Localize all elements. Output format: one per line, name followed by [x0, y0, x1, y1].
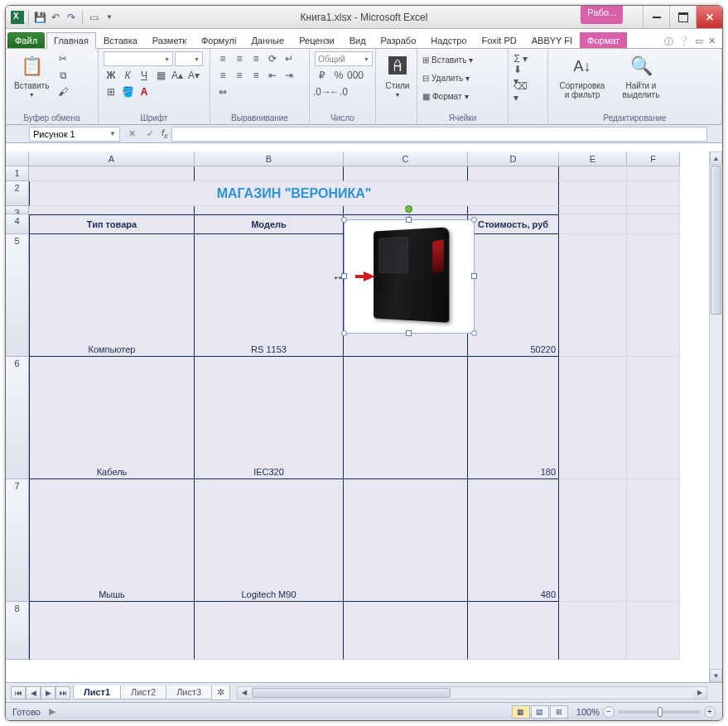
- bold-icon[interactable]: Ж: [104, 68, 118, 83]
- minimize-button[interactable]: [643, 6, 669, 28]
- font-name-combo[interactable]: ▼: [104, 51, 173, 66]
- price-cell[interactable]: 180: [468, 357, 559, 479]
- tab-разрабо[interactable]: Разрабо: [374, 32, 424, 48]
- macro-record-icon[interactable]: ▶: [49, 706, 55, 717]
- resize-handle-tm[interactable]: [406, 217, 412, 223]
- scroll-up-icon[interactable]: ▲: [710, 151, 722, 165]
- undo-icon[interactable]: ↶: [49, 11, 62, 24]
- select-all-corner[interactable]: [6, 151, 29, 166]
- align-right-icon[interactable]: ≡: [248, 68, 263, 83]
- format-painter-icon[interactable]: 🖌: [55, 84, 70, 99]
- tab-nav-first-icon[interactable]: ⏮: [11, 686, 26, 700]
- align-center-icon[interactable]: ≡: [232, 68, 247, 83]
- model-cell[interactable]: IEC320: [195, 357, 344, 479]
- underline-icon[interactable]: Ч: [137, 68, 152, 83]
- cell[interactable]: [29, 166, 195, 181]
- tab-вид[interactable]: Вид: [342, 32, 374, 48]
- scroll-thumb[interactable]: [711, 166, 721, 315]
- font-size-combo[interactable]: ▼: [175, 51, 203, 66]
- row-header-6[interactable]: 6: [6, 357, 29, 479]
- find-select-button[interactable]: 🔍Найти и выделить: [615, 51, 668, 101]
- type-cell[interactable]: Компьютер: [29, 234, 195, 357]
- cell[interactable]: [344, 166, 468, 181]
- col-header-B[interactable]: B: [195, 151, 344, 166]
- doc-close-icon[interactable]: ✕: [708, 36, 716, 48]
- resize-handle-bl[interactable]: [341, 330, 347, 336]
- zoom-in-button[interactable]: +: [704, 706, 716, 718]
- cancel-formula-icon[interactable]: ✕: [123, 128, 140, 139]
- wrap-icon[interactable]: ↵: [282, 51, 297, 66]
- price-cell[interactable]: 480: [468, 479, 559, 602]
- sheet-tab-Лист1[interactable]: Лист1: [73, 685, 121, 700]
- tab-format[interactable]: Формат: [580, 32, 627, 48]
- insert-cells-button[interactable]: ⊞Вставить ▾: [422, 51, 473, 68]
- vertical-scrollbar[interactable]: ▲ ▼: [709, 151, 722, 682]
- cell[interactable]: [627, 166, 680, 181]
- resize-handle-mr[interactable]: [471, 273, 477, 279]
- format-cells-button[interactable]: ▦Формат ▾: [422, 88, 473, 104]
- cell[interactable]: [344, 602, 468, 660]
- cell[interactable]: [559, 166, 627, 181]
- close-button[interactable]: [696, 6, 722, 28]
- col-header-F[interactable]: F: [627, 151, 680, 166]
- resize-handle-bm[interactable]: [406, 330, 412, 336]
- percent-icon[interactable]: %: [331, 68, 346, 83]
- font-color-icon[interactable]: A: [137, 84, 152, 99]
- row-header-1[interactable]: 1: [6, 166, 29, 181]
- zoom-slider[interactable]: [618, 710, 701, 714]
- minimize-ribbon-icon[interactable]: ⓘ: [664, 36, 673, 48]
- tab-вставка[interactable]: Вставка: [96, 32, 145, 48]
- inc-decimal-icon[interactable]: .0→: [315, 84, 330, 99]
- fx-icon[interactable]: fx: [162, 127, 168, 140]
- cell[interactable]: [29, 206, 195, 214]
- cell[interactable]: [559, 214, 627, 234]
- borders-icon[interactable]: ⊞: [104, 84, 118, 99]
- row-header-4[interactable]: 4: [6, 214, 29, 234]
- tab-nav-next-icon[interactable]: ▶: [41, 686, 55, 700]
- clear-icon[interactable]: ⌫ ▾: [513, 84, 528, 99]
- cell[interactable]: [559, 602, 627, 660]
- tab-file[interactable]: Файл: [7, 32, 45, 48]
- rotate-handle[interactable]: [405, 205, 412, 213]
- resize-handle-tl[interactable]: [341, 217, 347, 223]
- scroll-down-icon[interactable]: ▼: [710, 669, 722, 682]
- grow-font-icon[interactable]: A▴: [170, 68, 185, 83]
- model-cell[interactable]: RS 1153: [195, 234, 344, 357]
- maximize-button[interactable]: [669, 6, 696, 28]
- cell[interactable]: [627, 214, 680, 234]
- row-header-3[interactable]: 3: [6, 206, 29, 214]
- tab-nav-last-icon[interactable]: ⏭: [55, 686, 70, 700]
- view-normal-icon[interactable]: ▦: [512, 705, 530, 719]
- cell[interactable]: [627, 206, 680, 214]
- save-icon[interactable]: 💾: [33, 11, 46, 24]
- number-format-combo[interactable]: Общий▼: [315, 51, 373, 66]
- fill-color-icon[interactable]: 🪣: [120, 84, 135, 99]
- tab-надстро[interactable]: Надстро: [423, 32, 474, 48]
- tab-разметк[interactable]: Разметк: [145, 32, 194, 48]
- paste-button[interactable]: 📋 Вставить ▼: [11, 51, 52, 99]
- delete-cells-button[interactable]: ⊟Удалить ▾: [422, 70, 473, 86]
- name-box[interactable]: Рисунок 1▼: [29, 127, 120, 142]
- copy-icon[interactable]: ⧉: [55, 68, 70, 83]
- align-left-icon[interactable]: ≡: [215, 68, 230, 83]
- row-header-2[interactable]: 2: [6, 181, 29, 206]
- border-icon[interactable]: ▦: [153, 68, 168, 83]
- col-header-A[interactable]: A: [29, 151, 195, 166]
- cell[interactable]: [559, 479, 627, 602]
- header-cell[interactable]: Модель: [195, 214, 344, 234]
- row-header-5[interactable]: 5: [6, 234, 29, 357]
- tab-данные[interactable]: Данные: [243, 32, 292, 48]
- qat-icon[interactable]: ▭: [87, 11, 100, 24]
- zoom-level[interactable]: 100%: [576, 707, 600, 717]
- shrink-font-icon[interactable]: A▾: [186, 68, 201, 83]
- price-cell[interactable]: 50220: [468, 234, 559, 357]
- sort-filter-button[interactable]: A↓Сортировка и фильтр: [553, 51, 611, 101]
- comma-icon[interactable]: 000: [348, 68, 363, 83]
- help-icon[interactable]: ❔: [678, 36, 690, 48]
- type-cell[interactable]: Кабель: [29, 357, 195, 479]
- view-pagebreak-icon[interactable]: ⊞: [550, 705, 568, 719]
- image-cell[interactable]: [344, 479, 468, 602]
- align-top-icon[interactable]: ≡: [215, 51, 230, 66]
- cell[interactable]: [627, 602, 680, 660]
- dec-decimal-icon[interactable]: ←.0: [331, 84, 346, 99]
